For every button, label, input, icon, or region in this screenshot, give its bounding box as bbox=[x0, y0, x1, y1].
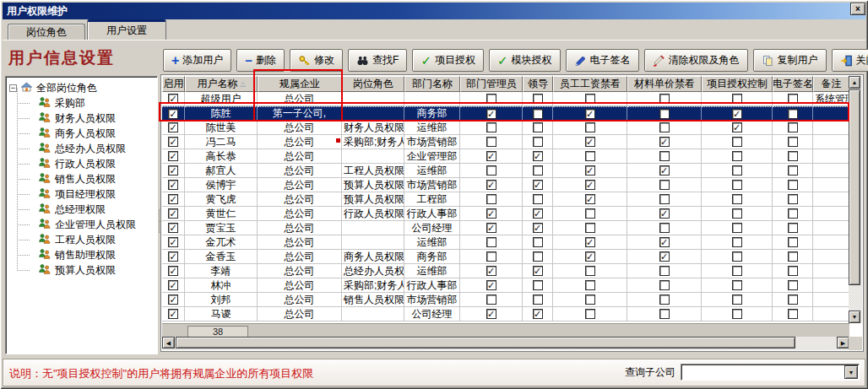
cell-price-hidden-checkbox[interactable] bbox=[659, 94, 670, 104]
cell-enabled-checkbox[interactable]: ✓ bbox=[168, 208, 178, 219]
cell-enabled-checkbox[interactable]: ✓ bbox=[168, 266, 178, 276]
cell-price-hidden-checkbox[interactable] bbox=[659, 109, 670, 119]
cell-dept-admin-checkbox[interactable] bbox=[486, 122, 496, 132]
cell-dept-admin-checkbox[interactable] bbox=[486, 251, 496, 262]
cell-price-hidden-checkbox[interactable] bbox=[659, 266, 670, 276]
cell-salary-hidden-checkbox[interactable] bbox=[585, 309, 595, 319]
scroll-left-icon[interactable]: ◀ bbox=[162, 337, 175, 348]
modify-button[interactable]: 修改 bbox=[290, 49, 343, 72]
tree-item[interactable]: 总经办人员权限 bbox=[9, 141, 155, 156]
cell-leader-checkbox[interactable] bbox=[533, 122, 543, 132]
cell-esignature-checkbox[interactable] bbox=[788, 165, 798, 176]
cell-dept-admin-checkbox[interactable] bbox=[486, 165, 496, 176]
column-header-2[interactable]: 规属企业 bbox=[258, 76, 342, 92]
cell-esignature-checkbox[interactable] bbox=[788, 109, 798, 119]
cell-project-auth-control-checkbox[interactable] bbox=[732, 280, 742, 290]
cell-salary-hidden-checkbox[interactable] bbox=[585, 94, 595, 104]
column-header-7[interactable]: 员工工资禁看 bbox=[553, 76, 627, 92]
cell-esignature-checkbox[interactable] bbox=[788, 309, 798, 319]
cell-esignature-checkbox[interactable] bbox=[788, 237, 798, 247]
table-row[interactable]: ✓陈胜第一子公司,商务部✓✓✓ bbox=[162, 106, 849, 121]
cell-salary-hidden-checkbox[interactable] bbox=[585, 208, 595, 219]
cell-dept-admin-checkbox[interactable]: ✓ bbox=[486, 280, 496, 290]
tree-item[interactable]: 销售人员权限 bbox=[9, 171, 155, 186]
tab-user-settings[interactable]: 用户设置 bbox=[87, 19, 166, 40]
cell-enabled-checkbox[interactable]: ✓ bbox=[168, 151, 178, 161]
tab-position-roles[interactable]: 岗位角色 bbox=[8, 24, 85, 40]
cell-project-auth-control-checkbox[interactable] bbox=[732, 194, 742, 204]
cell-enabled-checkbox[interactable]: ✓ bbox=[168, 137, 178, 147]
cell-dept-admin-checkbox[interactable]: ✓ bbox=[486, 266, 496, 276]
cell-esignature-checkbox[interactable] bbox=[788, 194, 798, 204]
cell-leader-checkbox[interactable] bbox=[533, 280, 543, 290]
cell-project-auth-control-checkbox[interactable] bbox=[732, 237, 742, 247]
table-row[interactable]: ✓黄世仁总公司行政人员权限行政人事部✓✓✓ bbox=[162, 207, 849, 221]
cell-price-hidden-checkbox[interactable]: ✓ bbox=[659, 208, 670, 219]
table-row[interactable]: ✓刘邦总公司销售人员权限市场营销部 bbox=[162, 293, 849, 307]
close-window-button[interactable]: × bbox=[850, 3, 865, 15]
cell-price-hidden-checkbox[interactable] bbox=[659, 194, 670, 204]
scroll-right-icon[interactable]: ▶ bbox=[837, 337, 849, 348]
cell-leader-checkbox[interactable]: ✓ bbox=[533, 309, 543, 319]
cell-project-auth-control-checkbox[interactable] bbox=[732, 180, 742, 190]
cell-esignature-checkbox[interactable] bbox=[788, 151, 798, 161]
cell-enabled-checkbox[interactable]: ✓ bbox=[168, 251, 178, 262]
vertical-scrollbar[interactable]: ▲ ▼ bbox=[849, 76, 862, 323]
cell-esignature-checkbox[interactable] bbox=[788, 137, 798, 147]
tree-item[interactable]: 财务人员权限 bbox=[9, 111, 155, 126]
table-row[interactable]: ✓黄飞虎总公司预算人员权限工程部✓ bbox=[162, 192, 849, 207]
cell-leader-checkbox[interactable] bbox=[533, 237, 543, 247]
table-row[interactable]: ✓冯二马总公司采购部;财务人员权限市场营销部✓✓ bbox=[162, 135, 849, 149]
column-header-10[interactable]: 电子签名 bbox=[773, 76, 813, 92]
tree-item[interactable]: 预算人员权限 bbox=[9, 262, 155, 278]
cell-dept-admin-checkbox[interactable]: ✓ bbox=[486, 109, 496, 119]
table-row[interactable]: ✓李靖总公司总经办人员权限运维部✓✓ bbox=[162, 264, 849, 278]
cell-esignature-checkbox[interactable] bbox=[788, 251, 798, 262]
cell-leader-checkbox[interactable] bbox=[533, 109, 543, 119]
tree-item[interactable]: 商务人员权限 bbox=[9, 126, 155, 141]
delete-button[interactable]: −删除 bbox=[236, 49, 285, 72]
cell-leader-checkbox[interactable] bbox=[533, 94, 543, 104]
cell-leader-checkbox[interactable] bbox=[533, 137, 543, 147]
column-header-5[interactable]: 部门管理员 bbox=[460, 76, 523, 92]
scroll-down-icon[interactable]: ▼ bbox=[849, 311, 860, 323]
cell-price-hidden-checkbox[interactable] bbox=[659, 122, 670, 132]
cell-salary-hidden-checkbox[interactable] bbox=[585, 294, 595, 305]
cell-enabled-checkbox[interactable]: ✓ bbox=[168, 194, 178, 204]
cell-leader-checkbox[interactable]: ✓ bbox=[533, 223, 543, 233]
cell-price-hidden-checkbox[interactable] bbox=[659, 223, 670, 233]
find-button[interactable]: 查找F bbox=[348, 49, 407, 72]
tree-item[interactable]: 行政人员权限 bbox=[9, 156, 155, 171]
electronic-signature-button[interactable]: 电子签名 bbox=[566, 49, 639, 72]
cell-price-hidden-checkbox[interactable]: ✓ bbox=[659, 251, 670, 262]
cell-dept-admin-checkbox[interactable]: ✓ bbox=[486, 309, 496, 319]
table-row[interactable]: ✓马谡总公司公司经理✓✓ bbox=[162, 307, 849, 321]
cell-project-auth-control-checkbox[interactable] bbox=[732, 137, 742, 147]
cell-enabled-checkbox[interactable]: ✓ bbox=[168, 280, 178, 290]
column-header-11[interactable]: 备注 bbox=[813, 76, 849, 92]
column-header-0[interactable]: 启用 bbox=[162, 76, 185, 92]
horizontal-scrollbar[interactable]: ◀ ▶ bbox=[162, 337, 849, 350]
cell-esignature-checkbox[interactable] bbox=[788, 94, 798, 104]
copy-user-button[interactable]: 复制用户 bbox=[753, 49, 827, 72]
tree-root-node[interactable]: − 全部岗位角色 bbox=[9, 80, 155, 95]
scroll-up-icon[interactable]: ▲ bbox=[849, 76, 860, 89]
table-row[interactable]: ✓林冲总公司采购部;财务人员权限行政人事部✓ bbox=[162, 278, 849, 293]
cell-project-auth-control-checkbox[interactable]: ✓ bbox=[732, 122, 742, 132]
cell-salary-hidden-checkbox[interactable]: ✓ bbox=[585, 237, 595, 247]
cell-project-auth-control-checkbox[interactable] bbox=[732, 251, 742, 262]
chevron-down-icon[interactable]: ▼ bbox=[844, 365, 858, 379]
cell-enabled-checkbox[interactable]: ✓ bbox=[168, 109, 178, 119]
cell-project-auth-control-checkbox[interactable] bbox=[732, 223, 742, 233]
cell-salary-hidden-checkbox[interactable]: ✓ bbox=[585, 194, 595, 204]
table-row[interactable]: ✓高长恭总公司企业管理部✓✓ bbox=[162, 149, 849, 164]
cell-price-hidden-checkbox[interactable] bbox=[659, 309, 670, 319]
cell-leader-checkbox[interactable] bbox=[533, 294, 543, 305]
cell-project-auth-control-checkbox[interactable] bbox=[732, 309, 742, 319]
cell-esignature-checkbox[interactable] bbox=[788, 223, 798, 233]
cell-enabled-checkbox[interactable]: ✓ bbox=[168, 309, 178, 319]
cell-dept-admin-checkbox[interactable] bbox=[486, 137, 496, 147]
cell-leader-checkbox[interactable]: ✓ bbox=[533, 208, 543, 219]
table-row[interactable]: ✓金香玉总公司商务人员权限商务部✓✓ bbox=[162, 250, 849, 264]
cell-salary-hidden-checkbox[interactable] bbox=[585, 280, 595, 290]
